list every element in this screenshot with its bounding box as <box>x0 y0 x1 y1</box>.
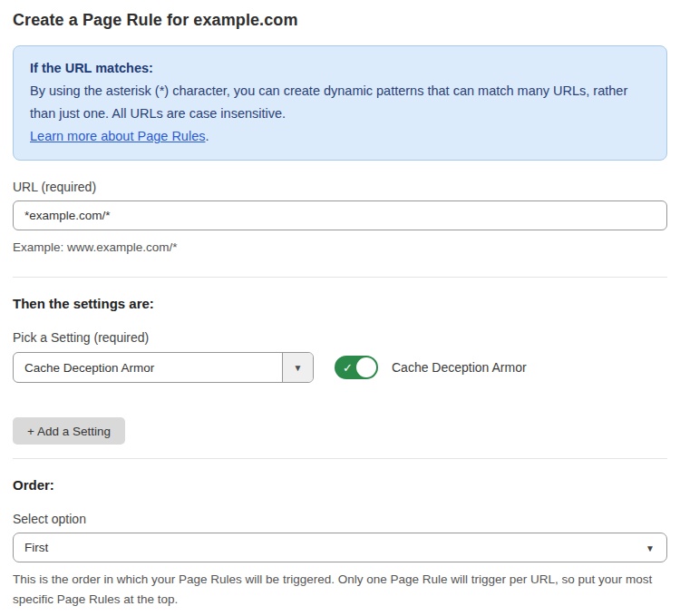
url-input[interactable] <box>13 200 667 230</box>
setting-row: Cache Deception Armor ▼ ✓ Cache Deceptio… <box>13 352 667 383</box>
create-page-rule-form: Create a Page Rule for example.com If th… <box>0 0 680 616</box>
order-select[interactable]: First ▼ <box>13 533 667 562</box>
url-field-label: URL (required) <box>13 180 667 194</box>
info-box-heading: If the URL matches: <box>30 57 650 80</box>
info-box-link-line: Learn more about Page Rules. <box>30 125 650 148</box>
setting-select-value: Cache Deception Armor <box>14 353 282 382</box>
learn-more-link[interactable]: Learn more about Page Rules <box>30 129 205 143</box>
chevron-down-icon: ▼ <box>294 363 303 373</box>
add-setting-button[interactable]: + Add a Setting <box>13 417 125 445</box>
settings-section-heading: Then the settings are: <box>13 296 667 311</box>
toggle-setting-label: Cache Deception Armor <box>392 360 527 375</box>
url-match-info-box: If the URL matches: By using the asteris… <box>13 45 667 161</box>
cache-deception-armor-toggle[interactable]: ✓ <box>335 356 378 379</box>
check-icon: ✓ <box>343 362 353 374</box>
divider <box>13 458 667 459</box>
setting-select-caret-button[interactable]: ▼ <box>282 353 313 382</box>
order-section-heading: Order: <box>13 477 667 493</box>
order-select-label: Select option <box>13 512 667 526</box>
divider <box>13 277 667 278</box>
link-period: . <box>205 129 209 143</box>
page-title: Create a Page Rule for example.com <box>13 11 667 30</box>
toggle-knob <box>356 357 376 377</box>
pick-setting-label: Pick a Setting (required) <box>13 330 667 345</box>
url-example-helper: Example: www.example.com/* <box>13 238 667 258</box>
order-select-value: First <box>24 541 48 554</box>
info-box-body: By using the asterisk (*) character, you… <box>30 80 650 125</box>
order-helper-text: This is the order in which your Page Rul… <box>13 570 667 610</box>
chevron-down-icon: ▼ <box>646 543 655 552</box>
setting-select[interactable]: Cache Deception Armor ▼ <box>13 352 314 383</box>
